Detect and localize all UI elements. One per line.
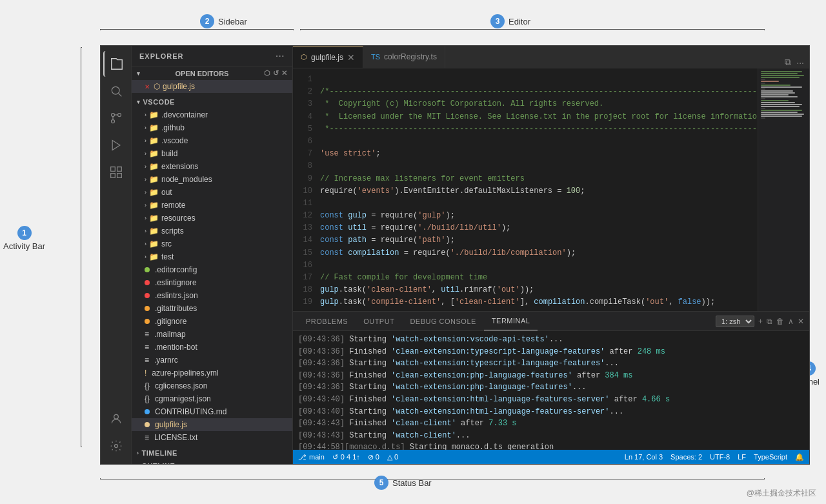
notifications-icon[interactable]: 🔔 xyxy=(795,453,804,461)
explorer-icon[interactable] xyxy=(103,51,129,77)
file-name: .github xyxy=(161,123,185,132)
file-cglicenses[interactable]: {} cglicenses.json xyxy=(132,379,292,392)
file-mailmap[interactable]: ≡ .mailmap xyxy=(132,328,292,341)
spaces[interactable]: Spaces: 2 xyxy=(670,453,702,461)
open-editors-header[interactable]: ▾ OPEN EDITORS ⬡ ↺ ✕ xyxy=(132,66,292,80)
open-file-name: gulpfile.js xyxy=(163,82,195,91)
maximize-panel-icon[interactable]: ∧ xyxy=(788,317,794,326)
file-license[interactable]: ≡ LICENSE.txt xyxy=(132,431,292,444)
folder-chevron: › xyxy=(145,254,146,260)
file-gitignore[interactable]: .gitignore xyxy=(132,315,292,328)
svg-rect-8 xyxy=(110,167,115,172)
vscode-section-header[interactable]: ▾ VSCODE xyxy=(132,96,292,108)
terminal-content[interactable]: [09:43:36] Starting 'watch-extension:vsc… xyxy=(293,331,809,450)
warnings-count: △ 0 xyxy=(387,453,398,461)
sync-status[interactable]: ↺ 0 4 1↑ xyxy=(332,453,360,461)
file-out[interactable]: › 📁 out xyxy=(132,186,292,199)
badge-1: 1 xyxy=(17,226,32,240)
close-all-icon[interactable]: ✕ xyxy=(281,69,287,77)
new-terminal-icon[interactable]: + xyxy=(758,317,763,326)
file-resources[interactable]: › 📁 resources xyxy=(132,212,292,225)
file-name: .devcontainer xyxy=(161,110,208,119)
vscode-window: EXPLORER ··· ▾ OPEN EDITORS ⬡ ↺ xyxy=(100,45,810,465)
source-control-icon[interactable] xyxy=(103,105,129,131)
file-build[interactable]: › 📁 build xyxy=(132,147,292,160)
more-actions-icon[interactable]: ··· xyxy=(796,57,804,68)
terminal-line: [09:43:36] Starting 'watch-extension:php… xyxy=(298,381,804,394)
status-label: Status Bar xyxy=(392,478,432,488)
file-node-modules[interactable]: › 📁 node_modules xyxy=(132,173,292,186)
file-eslintignore[interactable]: .eslintignore xyxy=(132,276,292,289)
tab-colorregistry[interactable]: TS colorRegistry.ts xyxy=(363,46,445,68)
file-cgmanigest[interactable]: {} cgmanigest.json xyxy=(132,392,292,405)
tab-output[interactable]: OUTPUT xyxy=(356,312,402,330)
file-azure-pipelines[interactable]: ! azure-pipelines.yml xyxy=(132,367,292,379)
file-icon: ≡ xyxy=(145,330,149,339)
outline-header[interactable]: › OUTLINE xyxy=(132,459,292,464)
encoding[interactable]: UTF-8 xyxy=(710,453,730,461)
editor-area: ⬡ gulpfile.js ✕ TS colorRegistry.ts ⧉ ··… xyxy=(293,46,809,464)
warnings-status[interactable]: △ 0 xyxy=(387,453,398,461)
file-name: .eslintignore xyxy=(155,278,197,287)
file-devcontainer[interactable]: › 📁 .devcontainer xyxy=(132,108,292,121)
timeline-header[interactable]: › TIMELINE xyxy=(132,447,292,459)
git-branch[interactable]: ⎇ main xyxy=(298,453,325,461)
split-terminal-icon[interactable]: ⧉ xyxy=(767,317,772,326)
terminal-line: [09:43:43] Starting 'watch-client'... xyxy=(298,430,804,442)
kill-terminal-icon[interactable]: 🗑 xyxy=(776,317,784,326)
badge-5: 5 xyxy=(374,476,388,490)
file-yarnrc[interactable]: ≡ .yarnrc xyxy=(132,354,292,367)
tab-terminal[interactable]: TERMINAL xyxy=(484,312,538,330)
settings-icon[interactable] xyxy=(103,433,129,459)
code-content[interactable]: /*--------------------------------------… xyxy=(320,68,758,311)
open-editors-section: ▾ OPEN EDITORS ⬡ ↺ ✕ ✕ ⬡ gulpfile.js xyxy=(132,66,292,93)
badge-2: 2 xyxy=(200,14,214,28)
more-options-icon[interactable]: ··· xyxy=(276,51,285,61)
file-scripts[interactable]: › 📁 scripts xyxy=(132,225,292,237)
file-vscode[interactable]: › 📁 .vscode xyxy=(132,134,292,147)
close-panel-icon[interactable]: ✕ xyxy=(798,317,804,326)
file-src[interactable]: › 📁 src xyxy=(132,237,292,250)
tab-icon-ts: TS xyxy=(371,53,380,61)
terminal-line: [09:43:36] Finished 'clean-extension:typ… xyxy=(298,346,804,358)
language-mode[interactable]: TypeScript xyxy=(754,453,787,461)
file-eslintrsjson[interactable]: .eslintrs.json xyxy=(132,289,292,302)
vscode-section[interactable]: ▾ VSCODE › 📁 .devcontainer › 📁 .github xyxy=(132,96,292,444)
file-contributing[interactable]: CONTRIBUTING.md xyxy=(132,405,292,418)
folder-icon: 📁 xyxy=(149,123,159,132)
status-annotation: 5 Status Bar xyxy=(374,476,432,490)
file-gitattributes[interactable]: .gitattributes xyxy=(132,302,292,315)
file-dot xyxy=(145,280,150,285)
tab-debug-console[interactable]: DEBUG CONSOLE xyxy=(402,312,483,330)
open-file-item[interactable]: ✕ ⬡ gulpfile.js xyxy=(132,80,292,93)
file-extensions[interactable]: › 📁 extensions xyxy=(132,160,292,173)
terminal-line: [09:44:58] [monaco.d.ts] Starting monaco… xyxy=(298,441,804,450)
file-remote[interactable]: › 📁 remote xyxy=(132,199,292,212)
terminal-selector[interactable]: 1: zsh xyxy=(716,316,754,327)
folder-icon: 📁 xyxy=(149,149,159,158)
line-col[interactable]: Ln 17, Col 3 xyxy=(625,453,663,461)
split-editor-icon[interactable]: ⧉ xyxy=(785,57,791,68)
file-gulpfile[interactable]: gulpfile.js xyxy=(132,418,292,431)
save-all-icon[interactable]: ⬡ xyxy=(264,69,270,77)
account-icon[interactable] xyxy=(103,406,129,432)
file-test[interactable]: › 📁 test xyxy=(132,250,292,263)
tab-close-gulpfile[interactable]: ✕ xyxy=(347,52,355,63)
search-icon[interactable] xyxy=(103,78,129,104)
folder-icon: 📁 xyxy=(149,252,159,261)
folder-chevron: › xyxy=(145,125,146,131)
extensions-icon[interactable] xyxy=(103,159,129,185)
debug-icon[interactable] xyxy=(103,132,129,158)
eol[interactable]: LF xyxy=(738,453,746,461)
file-editorconfig[interactable]: .editorconfig xyxy=(132,263,292,276)
file-dot xyxy=(145,422,150,427)
revert-files-icon[interactable]: ↺ xyxy=(273,69,279,77)
code-editor: 12345 678910 1112131415 1617181920 21222… xyxy=(293,68,809,311)
tab-problems[interactable]: PROBLEMS xyxy=(298,312,356,330)
file-name: cglicenses.json xyxy=(155,381,207,390)
folder-icon: 📁 xyxy=(149,188,159,197)
errors-status[interactable]: ⊘ 0 xyxy=(368,453,379,461)
tab-gulpfile[interactable]: ⬡ gulpfile.js ✕ xyxy=(293,46,363,68)
file-github[interactable]: › 📁 .github xyxy=(132,121,292,134)
file-mention-bot[interactable]: ≡ .mention-bot xyxy=(132,341,292,354)
